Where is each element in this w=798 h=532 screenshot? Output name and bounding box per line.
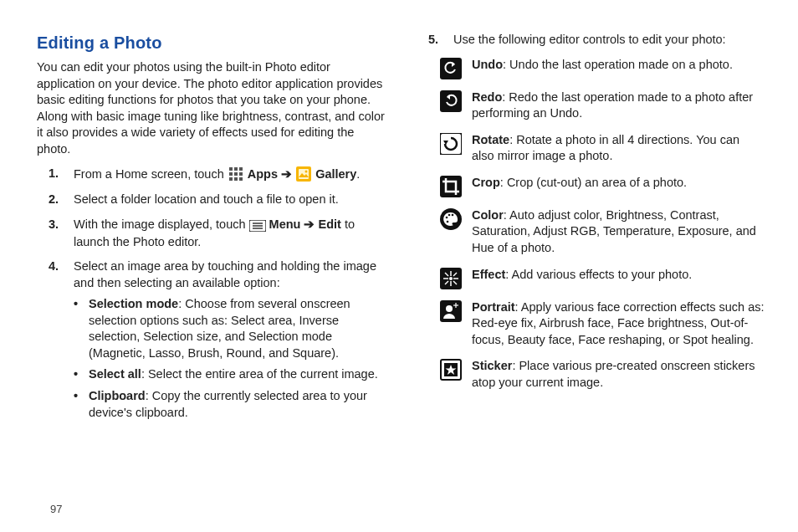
- bullet-clipboard: Clipboard: Copy the currently selected a…: [74, 388, 385, 421]
- sticker-desc: : Place various pre-created onscreen sti…: [472, 359, 755, 389]
- color-text-block: Color: Auto adjust color, Brightness, Co…: [472, 207, 765, 257]
- sel-all-label: Select all: [89, 367, 141, 381]
- svg-rect-6: [239, 172, 243, 176]
- crop-text-block: Crop: Crop (cut-out) an area of a photo.: [472, 175, 765, 192]
- crop-icon: [440, 176, 462, 197]
- control-effect: Effect: Add various effects to your phot…: [440, 267, 765, 289]
- step1-post: .: [356, 167, 360, 181]
- effect-icon: [440, 268, 462, 289]
- step-2: Select a folder location and touch a fil…: [74, 192, 385, 208]
- svg-rect-1: [229, 167, 233, 171]
- redo-label: Redo: [472, 90, 502, 104]
- document-page: Editing a Photo You can edit your photos…: [0, 0, 798, 532]
- svg-rect-3: [239, 167, 243, 171]
- color-label: Color: [472, 208, 504, 222]
- redo-text-block: Redo: Redo the last operation made to a …: [472, 90, 765, 122]
- sel-mode-label: Selection mode: [89, 297, 178, 310]
- crop-label: Crop: [472, 176, 500, 189]
- crop-desc: : Crop (cut-out) an area of a photo.: [500, 176, 687, 189]
- edit-label: Edit: [319, 217, 341, 231]
- intro-paragraph: You can edit your photos using the built…: [37, 59, 385, 157]
- menu-icon: [249, 217, 266, 234]
- svg-rect-8: [234, 177, 238, 181]
- svg-rect-18: [440, 90, 462, 112]
- svg-point-12: [305, 171, 308, 173]
- svg-rect-9: [239, 177, 243, 181]
- control-color: Color: Auto adjust color, Brightness, Co…: [440, 207, 765, 257]
- step3-pre: With the image displayed, touch: [74, 217, 249, 231]
- left-column: Editing a Photo You can edit your photos…: [37, 32, 385, 515]
- undo-label: Undo: [472, 58, 503, 71]
- effect-desc: : Add various effects to your photo.: [505, 268, 692, 281]
- bullet-selection-mode: Selection mode: Choose from several onsc…: [74, 296, 385, 361]
- rotate-text-block: Rotate: Rotate a photo in all 4 directio…: [472, 132, 765, 165]
- steps-list-right: Use the following editor controls to edi…: [417, 32, 765, 49]
- control-rotate: Rotate: Rotate a photo in all 4 directio…: [440, 132, 765, 165]
- svg-point-24: [452, 214, 454, 217]
- svg-rect-4: [229, 172, 233, 176]
- apps-label: Apps: [248, 167, 278, 181]
- section-heading: Editing a Photo: [37, 32, 385, 54]
- rotate-icon: [440, 133, 462, 155]
- portrait-label: Portrait: [472, 300, 515, 314]
- editor-controls: Undo: Undo the last operation made on a …: [417, 57, 765, 391]
- sel-all-text: : Select the entire area of the current …: [141, 367, 378, 381]
- step-5: Use the following editor controls to edi…: [453, 32, 765, 49]
- undo-text-block: Undo: Undo the last operation made on a …: [472, 57, 765, 74]
- gallery-icon: [295, 166, 312, 182]
- control-redo: Redo: Redo the last operation made to a …: [440, 90, 765, 122]
- step5-text: Use the following editor controls to edi…: [453, 33, 726, 46]
- undo-icon: [440, 58, 462, 79]
- step4-text: Select an image area by touching and hol…: [74, 259, 376, 289]
- arrow-2: ➔: [304, 217, 318, 231]
- control-undo: Undo: Undo the last operation made on a …: [440, 57, 765, 79]
- clip-label: Clipboard: [89, 389, 146, 402]
- effect-text-block: Effect: Add various effects to your phot…: [472, 267, 765, 284]
- svg-rect-2: [234, 167, 238, 171]
- redo-icon: [440, 90, 462, 112]
- svg-rect-11: [299, 169, 309, 179]
- step1-pre: From a Home screen, touch: [74, 167, 228, 181]
- sticker-text-block: Sticker: Place various pre-created onscr…: [472, 358, 765, 391]
- control-crop: Crop: Crop (cut-out) an area of a photo.: [440, 175, 765, 197]
- sticker-icon: [440, 359, 462, 381]
- menu-label: Menu: [269, 217, 301, 231]
- apps-icon: [228, 166, 244, 182]
- control-sticker: Sticker: Place various pre-created onscr…: [440, 358, 765, 391]
- effect-label: Effect: [472, 268, 505, 281]
- right-column: Use the following editor controls to edi…: [417, 32, 765, 515]
- step-1: From a Home screen, touch Apps ➔: [74, 166, 385, 183]
- step-4: Select an image area by touching and hol…: [74, 258, 385, 421]
- color-desc: : Auto adjust color, Brightness, Contras…: [472, 208, 756, 254]
- svg-point-25: [447, 221, 449, 223]
- redo-desc: : Redo the last operation made to a phot…: [472, 90, 753, 120]
- svg-point-37: [446, 305, 453, 312]
- sticker-label: Sticker: [472, 359, 512, 372]
- undo-desc: : Undo the last operation made on a phot…: [503, 58, 733, 71]
- portrait-icon: [440, 300, 462, 322]
- gallery-label: Gallery: [315, 167, 356, 181]
- step-3: With the image displayed, touch Menu ➔ E…: [74, 217, 385, 251]
- svg-rect-7: [229, 177, 233, 181]
- arrow-1: ➔: [281, 167, 295, 181]
- svg-point-22: [446, 217, 448, 219]
- svg-rect-17: [440, 58, 462, 79]
- rotate-desc: : Rotate a photo in all 4 directions. Yo…: [472, 133, 739, 163]
- svg-point-35: [449, 277, 453, 280]
- svg-rect-20: [440, 176, 462, 197]
- control-portrait: Portrait: Apply various face correction …: [440, 299, 765, 349]
- steps-list-left: From a Home screen, touch Apps ➔: [37, 166, 385, 421]
- portrait-text-block: Portrait: Apply various face correction …: [472, 299, 765, 349]
- page-number: 97: [50, 502, 62, 517]
- rotate-label: Rotate: [472, 133, 509, 146]
- svg-rect-5: [234, 172, 238, 176]
- step4-bullets: Selection mode: Choose from several onsc…: [74, 296, 385, 421]
- bullet-select-all: Select all: Select the entire area of th…: [74, 366, 385, 383]
- svg-point-23: [448, 214, 451, 217]
- svg-rect-19: [440, 133, 462, 155]
- color-icon: [440, 208, 462, 230]
- portrait-desc: : Apply various face correction effects …: [472, 300, 765, 346]
